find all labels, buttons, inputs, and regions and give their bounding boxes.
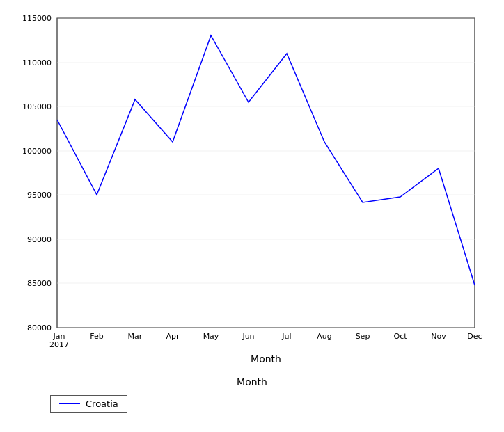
x-tick-mar: Mar xyxy=(128,332,143,341)
x-tick-nov: Nov xyxy=(431,332,446,341)
chart-legend: Croatia xyxy=(50,395,127,413)
x-tick-oct: Oct xyxy=(393,332,407,341)
chart-container: 80000 85000 90000 95000 100000 105000 11… xyxy=(8,8,496,425)
y-tick-110000: 110000 xyxy=(22,58,52,67)
chart-svg: 80000 85000 90000 95000 100000 105000 11… xyxy=(8,8,496,397)
legend-label: Croatia xyxy=(86,399,118,409)
x-axis-label: Month xyxy=(251,353,281,365)
y-tick-85000: 85000 xyxy=(27,279,52,288)
x-tick-jul: Jul xyxy=(281,332,291,341)
x-axis-label-text: Month xyxy=(237,376,267,387)
x-tick-jun: Jun xyxy=(242,332,254,341)
y-tick-115000: 115000 xyxy=(22,14,52,23)
y-tick-105000: 105000 xyxy=(22,102,52,111)
x-tick-feb: Feb xyxy=(90,332,103,341)
x-tick-may: May xyxy=(203,332,219,341)
y-tick-80000: 80000 xyxy=(27,323,52,333)
y-tick-100000: 100000 xyxy=(22,147,52,156)
y-tick-90000: 90000 xyxy=(27,235,52,244)
x-tick-2017: 2017 xyxy=(49,340,69,349)
legend-line xyxy=(59,403,80,404)
x-tick-apr: Apr xyxy=(166,332,180,341)
y-tick-95000: 95000 xyxy=(27,191,52,200)
x-tick-sep: Sep xyxy=(356,332,370,341)
x-tick-dec: Dec xyxy=(467,332,482,341)
svg-rect-0 xyxy=(57,18,475,328)
x-tick-aug: Aug xyxy=(317,332,331,341)
x-axis-label-div: Month xyxy=(8,376,496,387)
